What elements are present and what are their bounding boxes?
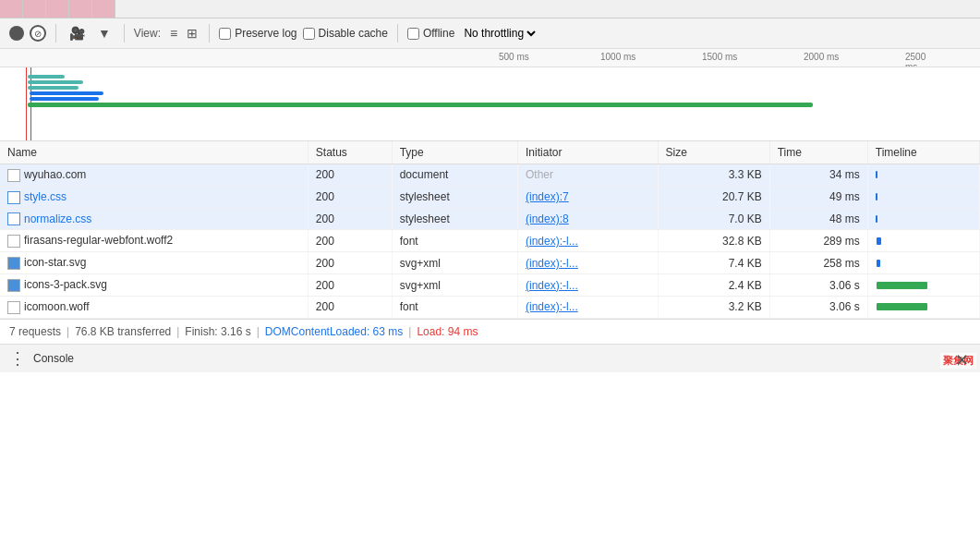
initiator-link[interactable]: (index):-l...	[526, 257, 578, 270]
type-cell: stylesheet	[392, 186, 517, 208]
status-cell: 200	[308, 252, 392, 274]
table-row[interactable]: icon-star.svg200svg+xml(index):-l...7.4 …	[0, 252, 980, 274]
table-row[interactable]: icomoon.woff200font(index):-l...3.2 KB3.…	[0, 296, 980, 318]
divider-4	[397, 24, 398, 42]
col-header-initiator[interactable]: Initiator	[518, 141, 659, 164]
type-cell: stylesheet	[392, 208, 517, 230]
initiator-cell: Other	[518, 164, 659, 187]
time-cell: 49 ms	[769, 186, 867, 208]
file-name: wyuhao.com	[24, 168, 86, 181]
disable-cache-text: Disable cache	[319, 27, 388, 40]
tab-5[interactable]	[92, 0, 115, 18]
initiator-text: Other	[526, 168, 553, 181]
col-header-type[interactable]: Type	[392, 141, 517, 164]
time-cell: 3.06 s	[769, 274, 867, 297]
initiator-link[interactable]: (index):-l...	[526, 279, 578, 292]
initiator-cell[interactable]: (index):-l...	[518, 230, 659, 252]
load-time: Load: 94 ms	[417, 325, 478, 338]
time-cell: 34 ms	[769, 164, 867, 187]
col-header-name[interactable]: Name	[0, 141, 308, 164]
chart-bar-3	[28, 86, 79, 90]
col-header-time[interactable]: Time	[769, 141, 867, 164]
status-cell: 200	[308, 230, 392, 252]
table-header-row: Name Status Type Initiator Size Time Tim…	[0, 141, 980, 164]
group-view-icon[interactable]: ⊞	[185, 24, 200, 42]
col-header-size[interactable]: Size	[658, 141, 769, 164]
file-icon	[7, 279, 20, 292]
type-cell: svg+xml	[392, 252, 517, 274]
type-cell: font	[392, 230, 517, 252]
preserve-log-checkbox[interactable]	[219, 28, 231, 40]
initiator-link[interactable]: (index):-l...	[526, 235, 578, 248]
table-row[interactable]: wyuhao.com200documentOther3.3 KB34 ms	[0, 164, 980, 187]
requests-count: 7 requests	[9, 325, 61, 338]
initiator-link[interactable]: (index):7	[526, 190, 569, 203]
table-row[interactable]: icons-3-pack.svg200svg+xml(index):-l...2…	[0, 274, 980, 297]
filter-icon[interactable]: ▼	[94, 24, 115, 42]
initiator-cell[interactable]: (index):7	[518, 186, 659, 208]
finish-time: Finish: 3.16 s	[185, 325, 250, 338]
close-button[interactable]: ✕	[955, 350, 969, 370]
bottom-bar: ⋮ Console 聚集网 ✕	[0, 344, 980, 372]
timeline-cell	[867, 296, 979, 318]
file-name: icomoon.woff	[24, 300, 89, 313]
initiator-cell[interactable]: (index):-l...	[518, 274, 659, 297]
list-view-icon[interactable]: ≡	[168, 24, 179, 42]
time-cell: 258 ms	[769, 252, 867, 274]
tab-4[interactable]	[69, 0, 92, 18]
status-cell: 200	[308, 274, 392, 297]
status-cell: 200	[308, 186, 392, 208]
size-cell: 3.3 KB	[658, 164, 769, 187]
disable-cache-label[interactable]: Disable cache	[303, 27, 388, 40]
tick-1000ms: 1000 ms	[600, 52, 635, 62]
status-cell: 200	[308, 296, 392, 318]
col-header-status[interactable]: Status	[308, 141, 392, 164]
tab-2[interactable]	[23, 0, 46, 18]
initiator-link[interactable]: (index):-l...	[526, 300, 578, 313]
file-icon	[7, 212, 20, 225]
file-name: firasans-regular-webfont.woff2	[24, 234, 173, 247]
status-cell: 200	[308, 164, 392, 187]
timeline-cell	[867, 230, 979, 252]
col-header-timeline[interactable]: Timeline	[867, 141, 979, 164]
preserve-log-text: Preserve log	[235, 27, 296, 40]
initiator-cell[interactable]: (index):-l...	[518, 296, 659, 318]
time-cell: 3.06 s	[769, 296, 867, 318]
chart-bar-2	[28, 80, 83, 84]
tab-1[interactable]	[0, 0, 23, 18]
file-icon	[7, 169, 20, 182]
tick-1500ms: 1500 ms	[702, 52, 737, 62]
waterfall-chart	[0, 67, 980, 141]
disable-cache-checkbox[interactable]	[303, 28, 315, 40]
preserve-log-label[interactable]: Preserve log	[219, 27, 296, 40]
size-cell: 32.8 KB	[658, 230, 769, 252]
camera-icon[interactable]: 🎥	[66, 24, 89, 42]
initiator-link[interactable]: (index):8	[526, 212, 569, 225]
table-row[interactable]: firasans-regular-webfont.woff2200font(in…	[0, 230, 980, 252]
timeline-cell	[867, 164, 979, 187]
offline-label[interactable]: Offline	[407, 27, 454, 40]
offline-checkbox[interactable]	[407, 28, 419, 40]
console-tab[interactable]: Console	[33, 352, 74, 365]
tab-3[interactable]	[46, 0, 69, 18]
table-row[interactable]: style.css200stylesheet(index):720.7 KB49…	[0, 186, 980, 208]
stop-button[interactable]: ⊘	[30, 25, 46, 42]
type-cell: font	[392, 296, 517, 318]
divider-3	[209, 24, 210, 42]
file-name: normalize.css	[24, 212, 91, 225]
more-options-icon[interactable]: ⋮	[9, 348, 26, 369]
record-button[interactable]	[9, 26, 24, 41]
initiator-cell[interactable]: (index):-l...	[518, 252, 659, 274]
throttling-select[interactable]: No throttling	[460, 26, 538, 41]
timeline-cell	[867, 208, 979, 230]
tick-2000ms: 2000 ms	[804, 52, 839, 62]
offline-text: Offline	[423, 27, 454, 40]
dom-content-loaded: DOMContentLoaded: 63 ms	[265, 325, 403, 338]
transferred-size: 76.8 KB transferred	[75, 325, 171, 338]
table-row[interactable]: normalize.css200stylesheet(index):87.0 K…	[0, 208, 980, 230]
view-label: View:	[134, 27, 161, 40]
size-cell: 7.4 KB	[658, 252, 769, 274]
initiator-cell[interactable]: (index):8	[518, 208, 659, 230]
file-icon	[7, 191, 20, 204]
toolbar: ⊘ 🎥 ▼ View: ≡ ⊞ Preserve log Disable cac…	[0, 18, 980, 49]
